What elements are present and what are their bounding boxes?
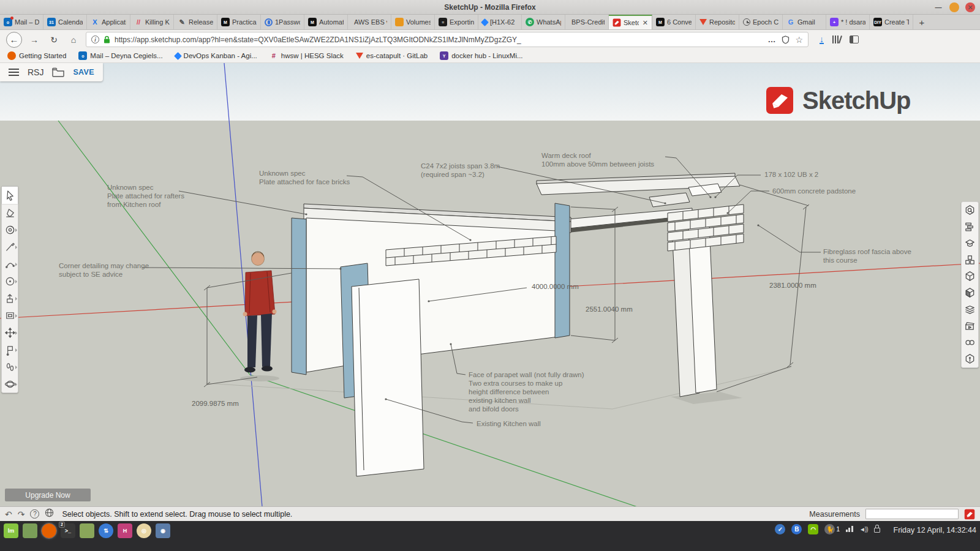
redo-icon[interactable]: ↷ xyxy=(18,509,25,519)
model-name[interactable]: RSJ xyxy=(28,67,43,77)
taskbar-app-hedgedoc-icon[interactable]: H xyxy=(118,523,132,538)
tab-close-icon[interactable]: ✕ xyxy=(641,19,648,27)
taskbar-app-firefox-icon[interactable] xyxy=(42,523,56,538)
undo-icon[interactable]: ↶ xyxy=(5,509,12,519)
tool-push-pull[interactable] xyxy=(2,290,18,307)
tab-calenda[interactable]: 31Calenda xyxy=(43,15,87,29)
lock-icon[interactable] xyxy=(874,528,880,533)
tab-1passwo[interactable]: 1Passwo xyxy=(261,15,304,29)
google-g-icon: G xyxy=(786,18,795,26)
tab--h1x-62[interactable]: [H1X-62 xyxy=(478,15,522,29)
panel-tags[interactable] xyxy=(962,301,978,318)
tab-aws-ebs-vs[interactable]: AWS EBS vs xyxy=(348,15,391,29)
panel-soften-edges[interactable] xyxy=(962,334,978,351)
page-actions-icon[interactable]: … xyxy=(767,35,776,44)
library-icon[interactable] xyxy=(832,36,841,43)
tool-eraser[interactable] xyxy=(2,204,18,221)
bookmark-es-catapult-gitlab[interactable]: es-catapult · GitLab xyxy=(356,52,428,59)
tab-mail-d[interactable]: oMail – D xyxy=(0,15,43,29)
tab-epoch-c[interactable]: Epoch C xyxy=(739,15,783,29)
taskbar-app-show-desktop-icon[interactable] xyxy=(23,523,37,538)
tab-sketc[interactable]: Sketc✕ xyxy=(609,15,652,29)
toolbar-icons: ↓ xyxy=(820,36,859,44)
tab-bps-credita[interactable]: BPS-CreditA xyxy=(565,15,609,29)
shield-icon[interactable] xyxy=(782,36,790,44)
network-icon[interactable] xyxy=(846,526,853,532)
tab-exportin[interactable]: ≡Exportin xyxy=(435,15,478,29)
taskbar-app-screenshot-icon[interactable]: ◉ xyxy=(156,523,170,538)
bookmark-getting-started[interactable]: Getting Started xyxy=(7,51,66,60)
tab-reposito[interactable]: Reposito xyxy=(696,15,739,29)
help-icon[interactable]: ? xyxy=(30,509,39,519)
close-button[interactable]: ✕ xyxy=(965,2,975,12)
tab-release[interactable]: ✎Release xyxy=(174,15,217,29)
bookmark-label: docker hub - LinuxMi... xyxy=(451,52,522,59)
language-globe-icon[interactable] xyxy=(45,508,54,520)
tab-killing-k[interactable]: //Killing K xyxy=(130,15,174,29)
tab-practica[interactable]: MPractica xyxy=(217,15,261,29)
panel-styles[interactable] xyxy=(962,285,978,301)
taskbar-clock[interactable]: Friday 12 April, 14:32:44 xyxy=(894,523,977,534)
tab-bar: oMail – D31CalendaXApplicati//Killing K✎… xyxy=(0,15,980,30)
url-text[interactable]: https://app.sketchup.com/app?hl=en&state… xyxy=(115,36,763,44)
bookmark-star-icon[interactable]: ☆ xyxy=(795,35,803,45)
panel-entity-info[interactable] xyxy=(962,202,978,219)
site-info-icon[interactable]: i xyxy=(91,36,99,43)
update-shield-icon[interactable]: ✓ xyxy=(775,524,785,534)
panel-scenes[interactable] xyxy=(962,318,978,334)
tool-line[interactable] xyxy=(2,238,18,255)
volume-icon[interactable]: ◄)) xyxy=(859,526,868,533)
tool-paint[interactable] xyxy=(2,221,18,238)
bookmark-mail-deyna-cegiels-[interactable]: oMail – Deyna Cegiels... xyxy=(78,51,162,60)
panel-outliner[interactable] xyxy=(962,219,978,235)
tool-select[interactable] xyxy=(2,187,18,204)
url-bar[interactable]: i https://app.sketchup.com/app?hl=en&sta… xyxy=(86,32,809,47)
tool-orbit[interactable] xyxy=(2,375,18,392)
nvidia-icon[interactable]: ◠ xyxy=(808,524,818,534)
tracker-icon[interactable]: 🐈 xyxy=(824,524,835,534)
measurements-input[interactable] xyxy=(865,509,959,519)
bluetooth-icon[interactable]: B xyxy=(791,524,802,534)
reload-button[interactable]: ↻ xyxy=(47,32,61,47)
menu-icon[interactable] xyxy=(9,69,19,76)
tool-arc[interactable] xyxy=(2,255,18,272)
tab-automat[interactable]: MAutomat xyxy=(304,15,348,29)
home-button[interactable]: ⌂ xyxy=(66,32,81,47)
tool-circle[interactable] xyxy=(2,272,18,290)
tool-offset[interactable] xyxy=(2,307,18,324)
minimize-button[interactable]: — xyxy=(933,2,943,12)
sidebar-icon[interactable] xyxy=(850,36,859,43)
tab-create-t[interactable]: DIYCreate T xyxy=(870,15,913,29)
tab-whatsap[interactable]: ✆WhatsAp xyxy=(522,15,565,29)
tool-dimension[interactable] xyxy=(2,341,18,358)
panel-instructor[interactable] xyxy=(962,235,978,252)
tab-6-conve[interactable]: M6 Conve xyxy=(652,15,696,29)
upgrade-button[interactable]: Upgrade Now xyxy=(5,489,91,501)
tool-walk[interactable] xyxy=(2,358,18,375)
tab-volumes[interactable]: Volumes xyxy=(391,15,435,29)
save-button[interactable]: SAVE xyxy=(73,68,94,77)
taskbar-app-java-app-icon[interactable]: ◎ xyxy=(137,523,151,538)
taskbar-app-transmission-icon[interactable]: ⇅ xyxy=(99,523,113,538)
model-viewport[interactable] xyxy=(0,121,980,506)
bookmark-devops-kanban-agi-[interactable]: DevOps Kanban - Agi... xyxy=(175,52,257,59)
tab-applicati[interactable]: XApplicati xyxy=(87,15,130,29)
taskbar-app-terminal-icon[interactable]: >_2 xyxy=(61,523,75,538)
downloads-icon[interactable]: ↓ xyxy=(820,36,824,44)
panel-model-info[interactable] xyxy=(962,351,978,367)
back-button[interactable]: ← xyxy=(6,32,22,48)
open-folder-icon[interactable] xyxy=(52,67,64,77)
taskbar-app-mint-menu-icon[interactable]: lm xyxy=(4,523,18,538)
taskbar-app-files-icon[interactable] xyxy=(80,523,94,538)
tab-gmail[interactable]: GGmail xyxy=(783,15,826,29)
tab--dsara[interactable]: +* ! dsara xyxy=(826,15,870,29)
forward-button[interactable]: → xyxy=(27,32,42,47)
panel-components[interactable] xyxy=(962,252,978,268)
new-tab-button[interactable]: + xyxy=(913,15,930,29)
bookmark-label: es-catapult · GitLab xyxy=(366,52,428,59)
panel-materials[interactable] xyxy=(962,268,978,285)
maximize-button[interactable] xyxy=(949,2,959,12)
bookmark-docker-hub-linuxmi-[interactable]: Ydocker hub - LinuxMi... xyxy=(440,51,522,60)
tool-move[interactable] xyxy=(2,324,18,341)
bookmark-hwsw-hesg-slack[interactable]: #hwsw | HESG Slack xyxy=(270,51,344,60)
